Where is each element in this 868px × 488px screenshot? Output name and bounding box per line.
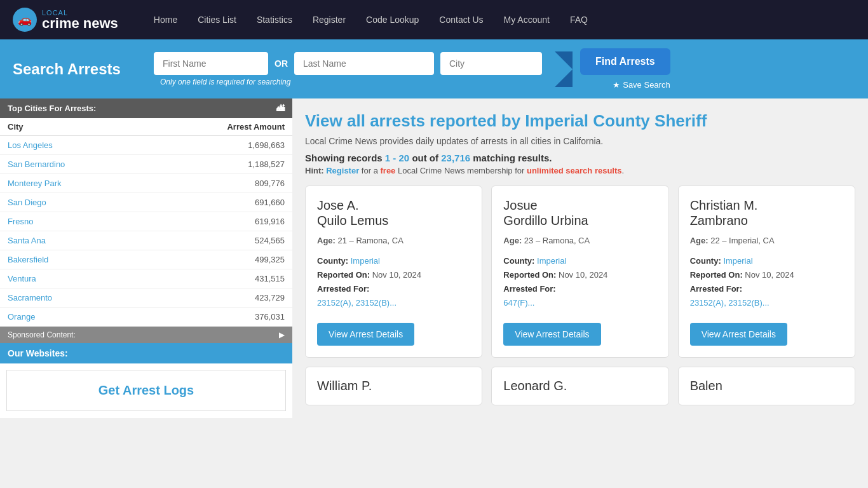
nav-link-home[interactable]: Home [144, 0, 187, 39]
amount-col-header: Arrest Amount [146, 118, 292, 136]
register-link[interactable]: Register [326, 166, 359, 175]
charges-link[interactable]: 647(F)... [503, 298, 534, 308]
sponsored-header: Sponsored Content: ▶ [0, 327, 292, 343]
or-separator: OR [275, 58, 288, 69]
content-area: View all arrests reported by Imperial Co… [292, 98, 868, 418]
card-details: County: Imperial Reported On: Nov 10, 20… [503, 254, 656, 310]
cards-row-bottom: William P.Leonard G.Balen [305, 367, 855, 405]
top-cities-label: Top Cities For Arrests: [8, 104, 96, 113]
arrest-card-2: JosueGordillo Urbina Age: 23 – Ramona, C… [491, 186, 668, 358]
hint-prefix: Hint: [305, 166, 326, 175]
arrest-amount: 376,031 [146, 308, 292, 327]
our-websites-label: Our Websites: [8, 348, 68, 358]
arrest-amount: 524,565 [146, 231, 292, 250]
nav-link-my-account[interactable]: My Account [494, 0, 560, 39]
county-link[interactable]: Imperial [351, 256, 380, 266]
nav-link-contact-us[interactable]: Contact Us [429, 0, 493, 39]
search-hint: Only one field is required for searching [160, 78, 542, 86]
nav-link-statistics[interactable]: Statistics [247, 0, 302, 39]
main-layout: Top Cities For Arrests: 🏙 City Arrest Am… [0, 98, 868, 418]
play-icon: ▶ [279, 330, 285, 339]
arrest-logs-title: Get Arrest Logs [20, 383, 273, 398]
charges-link[interactable]: 23152(A), 23152(B)... [690, 298, 770, 308]
out-of-label: out of [409, 152, 441, 163]
partial-card-1: William P. [305, 367, 482, 405]
content-subtitle: Local Crime News provides daily updates … [305, 136, 855, 146]
arrest-amount: 423,729 [146, 288, 292, 308]
page-title: View all arrests reported by Imperial Co… [305, 111, 855, 131]
table-row: Sacramento423,729 [0, 288, 292, 308]
view-arrest-details-button[interactable]: View Arrest Details [317, 323, 414, 346]
table-row: Fresno619,916 [0, 212, 292, 231]
arrest-amount: 1,698,663 [146, 136, 292, 155]
search-inputs-wrapper: OR Only one field is required for search… [154, 52, 542, 86]
city-link[interactable]: Santa Ana [8, 236, 46, 245]
city-link[interactable]: Los Angeles [8, 140, 53, 150]
city-link[interactable]: Sacramento [8, 293, 52, 302]
nav-link-code-lookup[interactable]: Code Lookup [356, 0, 429, 39]
county-link[interactable]: Imperial [537, 256, 566, 266]
sidebar: Top Cities For Arrests: 🏙 City Arrest Am… [0, 98, 292, 418]
arrest-logs-box: Get Arrest Logs [6, 370, 286, 411]
search-bar-right: Find Arrests ★ Save Search [580, 48, 670, 90]
nav-link-cities-list[interactable]: Cities List [187, 0, 247, 39]
view-arrest-details-button[interactable]: View Arrest Details [690, 323, 787, 346]
view-arrest-details-button[interactable]: View Arrest Details [503, 323, 600, 346]
city-link[interactable]: San Diego [8, 198, 46, 207]
logo[interactable]: 🚗 LOCAL crime news [13, 8, 118, 32]
city-link[interactable]: Ventura [8, 274, 36, 283]
results-range: 1 - 20 [385, 152, 409, 163]
table-row: Orange376,031 [0, 308, 292, 327]
save-search-label: Save Search [623, 80, 670, 90]
arrest-amount: 499,325 [146, 250, 292, 269]
logo-local: LOCAL [42, 10, 118, 17]
free-label: free [381, 166, 396, 175]
city-col-header: City [0, 118, 146, 136]
matching-label: matching results. [470, 152, 552, 163]
nav-link-register[interactable]: Register [302, 0, 356, 39]
results-count: Showing records 1 - 20 out of 23,716 mat… [305, 152, 855, 163]
hint-text: Hint: Register for a free Local Crime Ne… [305, 166, 855, 175]
card-details: County: Imperial Reported On: Nov 10, 20… [317, 254, 470, 310]
table-row: Los Angeles1,698,663 [0, 136, 292, 155]
arrest-amount: 431,515 [146, 269, 292, 288]
find-arrests-button[interactable]: Find Arrests [580, 48, 670, 75]
partial-name: Balen [690, 379, 843, 393]
total-count: 23,716 [441, 152, 470, 163]
city-link[interactable]: Bakersfield [8, 255, 48, 264]
arrest-card-3: Christian M.Zambrano Age: 22 – Imperial,… [678, 186, 855, 358]
nav-links: HomeCities ListStatisticsRegisterCode Lo… [144, 0, 598, 39]
showing-label: Showing records [305, 152, 385, 163]
first-name-input[interactable] [154, 52, 268, 75]
cards-row-1: Jose A.Quilo Lemus Age: 21 – Ramona, CA … [305, 186, 855, 358]
arrest-amount: 691,660 [146, 193, 292, 212]
arrest-card-1: Jose A.Quilo Lemus Age: 21 – Ramona, CA … [305, 186, 482, 358]
county-link[interactable]: Imperial [723, 256, 752, 266]
city-link[interactable]: San Bernardino [8, 159, 65, 169]
logo-text: LOCAL crime news [42, 10, 118, 30]
nav-link-faq[interactable]: FAQ [560, 0, 598, 39]
partial-card-3: Balen [678, 367, 855, 405]
save-search-link[interactable]: ★ Save Search [613, 80, 670, 90]
table-row: San Bernardino1,188,527 [0, 155, 292, 174]
table-row: Ventura431,515 [0, 269, 292, 288]
city-input[interactable] [440, 52, 542, 75]
card-name: JosueGordillo Urbina [503, 198, 656, 228]
table-row: Bakersfield499,325 [0, 250, 292, 269]
card-name: Jose A.Quilo Lemus [317, 198, 470, 228]
table-row: Santa Ana524,565 [0, 231, 292, 250]
arrest-amount: 1,188,527 [146, 155, 292, 174]
partial-card-2: Leonard G. [491, 367, 668, 405]
city-link[interactable]: Fresno [8, 217, 33, 226]
charges-link[interactable]: 23152(A), 23152(B)... [317, 298, 397, 308]
cities-table: City Arrest Amount Los Angeles1,698,663S… [0, 118, 292, 327]
logo-icon: 🚗 [13, 8, 37, 32]
city-link[interactable]: Orange [8, 312, 35, 322]
search-bar: Search Arrests OR Only one field is requ… [0, 39, 868, 98]
sponsored-label: Sponsored Content: [8, 330, 76, 339]
our-websites-header: Our Websites: [0, 343, 292, 363]
card-age: Age: 23 – Ramona, CA [503, 236, 656, 245]
last-name-input[interactable] [294, 52, 434, 75]
table-row: Monterey Park809,776 [0, 174, 292, 193]
city-link[interactable]: Monterey Park [8, 179, 62, 188]
